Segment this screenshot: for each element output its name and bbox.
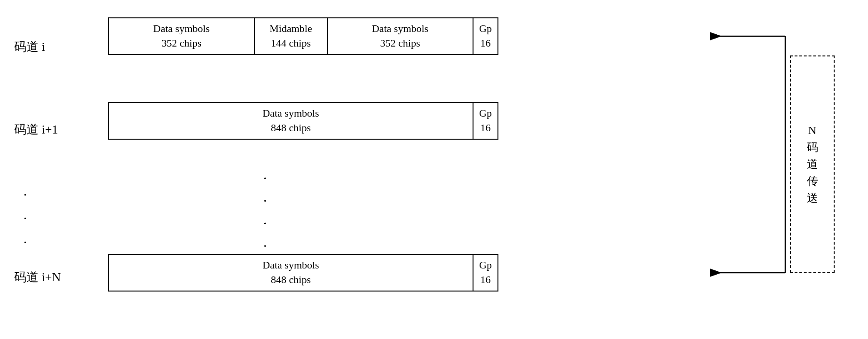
cell-data-symbols-long-1: Data symbols848 chips [108,102,473,140]
label-row-i: 码道 i [14,39,45,55]
dots-middle: ···· [263,167,267,257]
cell-data-symbols-1: Data symbols352 chips [108,17,254,55]
diagram-row-i1: Data symbols848 chips Gp16 [108,102,498,140]
n-box: N码道传送 [790,55,835,273]
dots-left: ··· [24,183,27,254]
cell-gp-1: Gp16 [473,17,498,55]
diagram-row-i: Data symbols352 chips Midamble144 chips … [108,17,498,55]
main-container: 码道 i Data symbols352 chips Midamble144 c… [0,0,868,339]
label-row-iN: 码道 i+N [14,269,61,285]
cell-midamble: Midamble144 chips [254,17,327,55]
cell-data-symbols-long-2: Data symbols848 chips [108,254,473,292]
cell-gp-3: Gp16 [473,254,498,292]
label-row-i1: 码道 i+1 [14,121,58,138]
diagram-row-iN: Data symbols848 chips Gp16 [108,254,498,292]
cell-gp-2: Gp16 [473,102,498,140]
cell-data-symbols-2: Data symbols352 chips [327,17,473,55]
